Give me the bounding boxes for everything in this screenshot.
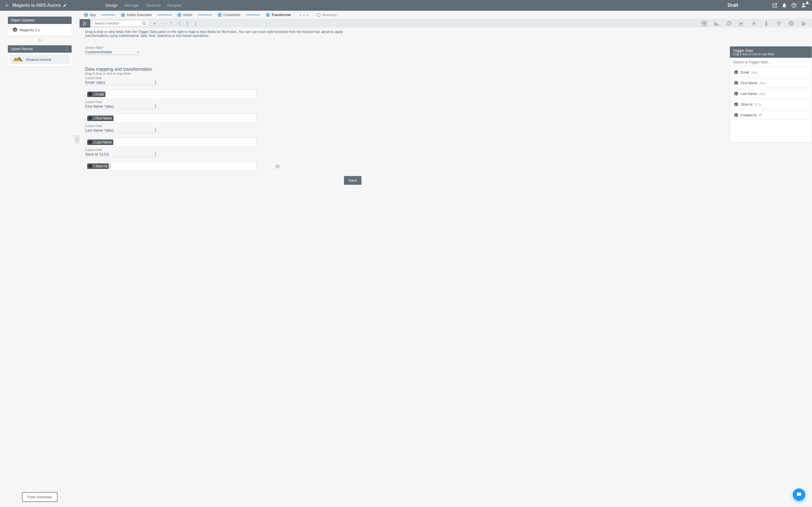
trigger-search-input[interactable]: [732, 58, 809, 66]
text-icon[interactable]: [751, 20, 757, 26]
stepper: App Action Execution Action Connection T…: [80, 11, 812, 19]
angle-icon[interactable]: [714, 20, 719, 26]
info-icon[interactable]: [763, 20, 769, 26]
op-div[interactable]: /: [179, 21, 180, 25]
chat-bubble[interactable]: [793, 489, 805, 501]
action-card-title: Upsert Record: [11, 47, 33, 51]
mapped-field-chip[interactable]: |First Name: [87, 115, 114, 121]
op-lparen[interactable]: (: [187, 21, 188, 25]
trigger-field[interactable]: Email(abc): [731, 68, 810, 77]
action-card-menu-icon[interactable]: ⋮: [64, 48, 69, 50]
mapping-slot[interactable]: |First Name: [85, 114, 257, 123]
collapse-left-panel-icon[interactable]: [74, 135, 80, 144]
flow-arrow-icon: [8, 38, 72, 43]
trigger-field[interactable]: First Name(abc): [731, 78, 810, 88]
column-menu-icon[interactable]: ⋮: [154, 104, 157, 108]
svg-point-12: [766, 21, 767, 22]
magento-icon: [12, 27, 17, 33]
magento-icon: [734, 102, 739, 107]
step-connection[interactable]: Connection: [218, 13, 241, 17]
hint-text: Drag & drop or click fields from the Tri…: [80, 30, 367, 42]
svg-point-15: [777, 22, 780, 24]
bell-icon[interactable]: [781, 3, 787, 8]
svg-point-27: [791, 23, 792, 24]
svg-point-30: [802, 24, 803, 25]
help-icon[interactable]: [791, 3, 797, 8]
magento-icon: [734, 81, 739, 86]
palette-icon[interactable]: [788, 20, 794, 26]
svg-line-21: [780, 22, 780, 22]
action-card: Upsert Record ⋮ Amazon Aurora Amazon Aur…: [8, 45, 72, 66]
step-summary[interactable]: Summary: [317, 13, 337, 17]
mapped-field-chip[interactable]: |Store Id: [87, 163, 109, 169]
svg-point-5: [143, 22, 145, 24]
op-minus[interactable]: -: [162, 21, 164, 25]
trigger-panel-title: Trigger Data: [733, 48, 809, 53]
svg-rect-11: [766, 23, 767, 25]
column-field-label[interactable]: Column FieldEmail *(abc)⋮: [85, 80, 158, 85]
magento-icon: [734, 92, 739, 96]
step-action[interactable]: Action: [177, 13, 192, 17]
search-icon[interactable]: [142, 21, 147, 26]
op-plus[interactable]: +: [153, 21, 156, 25]
function-operators: + - * / ( ): [153, 21, 196, 25]
op-rparen[interactable]: ): [195, 21, 196, 25]
section-sub: Drag & drop or click to map fields: [85, 72, 806, 75]
trigger-field[interactable]: Store Id(123): [731, 100, 810, 109]
tab-recipes[interactable]: Recipes: [164, 0, 185, 11]
back-icon[interactable]: [5, 3, 9, 7]
trigger-app-row[interactable]: Magento 2.x: [10, 25, 70, 34]
chart-icon[interactable]: [739, 20, 744, 26]
chevron-down-icon: [137, 52, 139, 54]
fx-button[interactable]: fx: [80, 19, 90, 27]
mapping-slot[interactable]: |Email: [85, 90, 257, 99]
column-menu-icon[interactable]: ⋮: [154, 152, 157, 156]
action-app-row[interactable]: Amazon Aurora Amazon Aurora: [10, 54, 70, 64]
tab-design[interactable]: Design: [102, 0, 121, 11]
mapped-field-chip[interactable]: |Last Name: [87, 139, 113, 145]
op-mult[interactable]: *: [170, 21, 172, 25]
svg-point-1: [794, 6, 794, 7]
magento-icon: [88, 140, 92, 144]
column-field-label[interactable]: Column FieldFirst Name *(abc)⋮: [85, 104, 158, 109]
function-search[interactable]: [92, 20, 148, 26]
clock-icon[interactable]: [726, 20, 732, 26]
tab-observe[interactable]: Observe: [142, 0, 164, 11]
step-transformer[interactable]: Transformer: [266, 13, 291, 17]
svg-point-28: [802, 22, 803, 23]
user-alert-icon: [805, 1, 809, 4]
math-icon[interactable]: [702, 20, 707, 26]
table-select-value: CustomerDetails: [85, 50, 112, 54]
column-field-label[interactable]: Column FieldStore Id *(123)⋮: [85, 152, 158, 157]
step-app[interactable]: App: [84, 13, 96, 17]
mapping-slot[interactable]: |Store Id: [85, 161, 257, 171]
svg-line-6: [145, 24, 146, 25]
trigger-app-label: Magento 2.x: [20, 28, 40, 32]
column-menu-icon[interactable]: ⋮: [154, 128, 157, 132]
edit-title-icon[interactable]: [63, 3, 67, 7]
function-search-input[interactable]: [92, 21, 142, 25]
trigger-field[interactable]: Last Name(abc): [731, 89, 810, 98]
flow-summary-button[interactable]: Flow Summary: [22, 492, 58, 502]
add-row-icon[interactable]: [275, 164, 280, 169]
action-app-label: Amazon Aurora: [26, 57, 51, 62]
tab-manage[interactable]: Manage: [121, 0, 142, 11]
gears-icon[interactable]: [801, 20, 806, 26]
magento-icon: [88, 116, 92, 120]
top-tabs: Design Manage Observe Recipes: [102, 0, 185, 11]
table-select[interactable]: CustomerDetails: [85, 50, 139, 55]
column-menu-icon[interactable]: ⋮: [154, 80, 157, 84]
mapped-field-chip[interactable]: |Email: [87, 92, 105, 97]
save-button[interactable]: Save: [344, 176, 361, 185]
column-field-label[interactable]: Column FieldLast Name *(abc)⋮: [85, 128, 158, 133]
trigger-card: Object Updated Magento 2.x: [8, 16, 72, 36]
bulb-icon[interactable]: [776, 20, 781, 26]
open-external-icon[interactable]: [772, 3, 777, 8]
trigger-field[interactable]: Created At: [731, 111, 810, 120]
status-label: Draft: [728, 3, 738, 8]
svg-point-29: [804, 23, 805, 24]
svg-text:Amazon: Amazon: [14, 59, 19, 60]
step-action-execution[interactable]: Action Execution: [121, 13, 152, 17]
mapping-slot[interactable]: |Last Name: [85, 137, 257, 147]
magento-icon: [88, 164, 92, 168]
